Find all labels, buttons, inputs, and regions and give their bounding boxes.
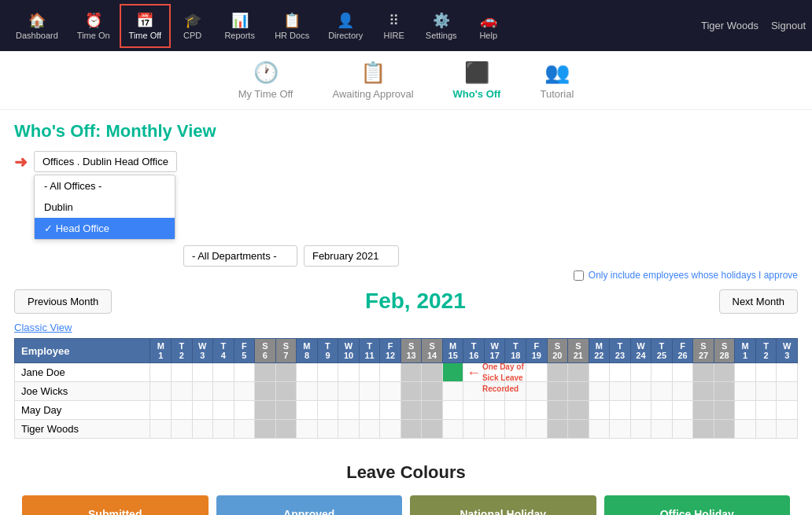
hr-docs-icon: 📋 bbox=[283, 12, 301, 29]
office-popup-menu: - All Offices - Dublin ✓ Head Office bbox=[34, 175, 175, 240]
day-header-m2: T2 bbox=[755, 339, 777, 363]
day-header-2: T2 bbox=[171, 339, 192, 363]
leave-colours-section: Leave Colours Submitted Approved Nationa… bbox=[14, 462, 798, 515]
office-option-head-office[interactable]: ✓ Head Office bbox=[35, 218, 175, 239]
day-header-19: F19 bbox=[526, 339, 548, 363]
table-row: Jane Doe bbox=[15, 363, 798, 382]
leave-box-office-holiday: Office Holiday bbox=[604, 495, 791, 515]
dashboard-icon: 🏠 bbox=[28, 12, 46, 29]
sick-leave-cell bbox=[442, 363, 463, 382]
cpd-icon: 🎓 bbox=[184, 12, 201, 29]
nav-items: 🏠 Dashboard ⏰ Time On 📅 Time Off 🎓 CPD 📊… bbox=[6, 4, 701, 48]
leave-colours-title: Leave Colours bbox=[14, 462, 798, 483]
top-nav: 🏠 Dashboard ⏰ Time On 📅 Time Off 🎓 CPD 📊… bbox=[0, 0, 812, 51]
day-header-15: M15 bbox=[442, 339, 463, 363]
employee-header: Employee bbox=[15, 339, 150, 363]
day-header-24: W24 bbox=[630, 339, 651, 363]
employee-name: May Day bbox=[15, 401, 150, 420]
nav-item-hr-docs[interactable]: 📋 HR Docs bbox=[265, 4, 319, 48]
calendar-wrapper: Employee M1 T2 W3 T4 F5 S6 S7 M8 T9 W10 … bbox=[14, 338, 798, 439]
day-header-22: M22 bbox=[589, 339, 610, 363]
calendar-table: Employee M1 T2 W3 T4 F5 S6 S7 M8 T9 W10 … bbox=[14, 338, 798, 439]
nav-item-hire[interactable]: ⠿ HIRE bbox=[372, 4, 415, 48]
day-header-4: T4 bbox=[213, 339, 234, 363]
office-option-dublin[interactable]: Dublin bbox=[35, 197, 175, 218]
signout-link[interactable]: Signout bbox=[771, 20, 806, 31]
nav-item-cpd[interactable]: 🎓 CPD bbox=[171, 4, 214, 48]
day-header-21: S21 bbox=[568, 339, 589, 363]
day-header-28: S28 bbox=[714, 339, 735, 363]
day-header-14: S14 bbox=[422, 339, 443, 363]
day-header-23: T23 bbox=[610, 339, 631, 363]
nav-item-time-on[interactable]: ⏰ Time On bbox=[68, 4, 120, 48]
sub-nav-awaiting-approval[interactable]: 📋 Awaiting Approval bbox=[332, 61, 413, 100]
day-header-m3: W3 bbox=[777, 339, 798, 363]
day-header-16: T16 bbox=[463, 339, 485, 363]
day-header-10: W10 bbox=[338, 339, 360, 363]
prev-month-button[interactable]: Previous Month bbox=[14, 289, 112, 314]
office-dropdown-wrapper: Offices . Dublin Head Office - All Offic… bbox=[34, 151, 177, 172]
day-header-20: S20 bbox=[547, 339, 568, 363]
nav-item-help[interactable]: 🚗 Help bbox=[467, 4, 510, 48]
directory-icon: 👤 bbox=[337, 12, 354, 29]
employee-name: Tiger Woods bbox=[15, 420, 150, 439]
leave-box-approved: Approved bbox=[216, 495, 403, 515]
table-row: Tiger Woods bbox=[15, 420, 798, 439]
day-header-5: F5 bbox=[234, 339, 255, 363]
whos-off-icon: ⬛ bbox=[464, 61, 489, 85]
time-off-icon: 📅 bbox=[136, 12, 153, 29]
day-header-1: M1 bbox=[150, 339, 172, 363]
sub-nav: 🕐 My Time Off 📋 Awaiting Approval ⬛ Who'… bbox=[0, 51, 812, 110]
help-icon: 🚗 bbox=[480, 12, 497, 29]
day-header-7: S7 bbox=[275, 339, 297, 363]
next-month-button[interactable]: Next Month bbox=[719, 289, 798, 314]
main-content: Who's Off: Monthly View ➜ Offices . Dubl… bbox=[0, 110, 812, 515]
day-header-m1: M1 bbox=[735, 339, 756, 363]
month-select[interactable]: February 2021 bbox=[304, 245, 399, 267]
nav-item-time-off[interactable]: 📅 Time Off bbox=[120, 4, 172, 48]
my-time-off-icon: 🕐 bbox=[253, 61, 279, 85]
day-header-27: S27 bbox=[693, 339, 714, 363]
month-display: Feb, 2021 bbox=[365, 289, 466, 314]
arrow-to-dropdown: ➜ bbox=[14, 153, 28, 171]
classic-view-link[interactable]: Classic View bbox=[14, 322, 72, 333]
nav-right: Tiger Woods Signout bbox=[701, 20, 806, 31]
table-row: May Day bbox=[15, 401, 798, 420]
employee-name: Joe Wicks bbox=[15, 382, 150, 401]
checkbox-row: Only include employees whose holidays I … bbox=[14, 270, 798, 281]
nav-item-settings[interactable]: ⚙️ Settings bbox=[415, 4, 467, 48]
employee-name: Jane Doe bbox=[15, 363, 150, 382]
hire-icon: ⠿ bbox=[389, 12, 399, 29]
reports-icon: 📊 bbox=[231, 12, 249, 29]
office-dropdown-display[interactable]: Offices . Dublin Head Office bbox=[34, 151, 177, 172]
settings-icon: ⚙️ bbox=[433, 12, 450, 29]
day-header-8: M8 bbox=[297, 339, 318, 363]
sub-nav-my-time-off[interactable]: 🕐 My Time Off bbox=[238, 61, 293, 100]
day-header-6: S6 bbox=[255, 339, 276, 363]
day-header-3: W3 bbox=[192, 339, 213, 363]
day-header-9: T9 bbox=[317, 339, 338, 363]
awaiting-approval-icon: 📋 bbox=[360, 61, 386, 85]
nav-item-reports[interactable]: 📊 Reports bbox=[214, 4, 265, 48]
dept-select[interactable]: - All Departments - bbox=[183, 245, 297, 267]
tutorial-icon: 👥 bbox=[544, 61, 570, 85]
sub-nav-tutorial[interactable]: 👥 Tutorial bbox=[540, 61, 574, 100]
day-header-25: T25 bbox=[651, 339, 673, 363]
leave-box-submitted: Submitted bbox=[22, 495, 209, 515]
filter-checkbox[interactable] bbox=[574, 270, 584, 281]
time-on-icon: ⏰ bbox=[85, 12, 102, 29]
nav-item-dashboard[interactable]: 🏠 Dashboard bbox=[6, 4, 68, 48]
checkbox-label: Only include employees whose holidays I … bbox=[589, 270, 798, 281]
nav-item-directory[interactable]: 👤 Directory bbox=[319, 4, 372, 48]
day-header-17: W17 bbox=[484, 339, 505, 363]
leave-grid: Submitted Approved National Holiday Offi… bbox=[14, 495, 798, 515]
user-name: Tiger Woods bbox=[701, 20, 758, 31]
day-header-18: T18 bbox=[505, 339, 526, 363]
sub-nav-whos-off[interactable]: ⬛ Who's Off bbox=[453, 61, 501, 100]
table-row: Joe Wicks bbox=[15, 382, 798, 401]
office-option-all[interactable]: - All Offices - bbox=[35, 175, 175, 197]
filter-row: ➜ Offices . Dublin Head Office - All Off… bbox=[14, 151, 798, 267]
day-header-12: F12 bbox=[380, 339, 401, 363]
day-header-11: T11 bbox=[359, 339, 380, 363]
leave-box-national-holiday: National Holiday bbox=[410, 495, 596, 515]
